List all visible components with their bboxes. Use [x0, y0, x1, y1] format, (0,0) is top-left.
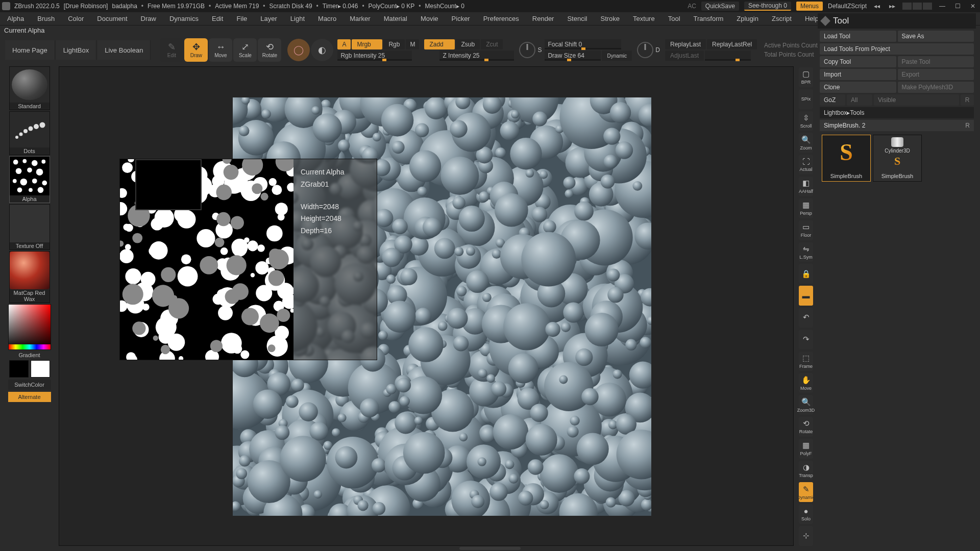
- brush-slot[interactable]: Standard: [9, 66, 50, 110]
- lsym-button[interactable]: ⇋L.Sym: [799, 242, 813, 262]
- mrgb-toggle[interactable]: Mrgb: [352, 39, 382, 49]
- solo-button[interactable]: ●Solo: [799, 504, 813, 524]
- alternate-button[interactable]: Alternate: [8, 392, 51, 402]
- menu-stencil[interactable]: Stencil: [565, 14, 589, 23]
- d-dial-icon[interactable]: [637, 42, 653, 58]
- make-polymesh-button[interactable]: Make PolyMesh3D: [898, 82, 974, 93]
- seethrough-slider[interactable]: See-through 0: [744, 2, 791, 11]
- gizmo-button[interactable]: ◯: [287, 39, 310, 61]
- paste-tool-button[interactable]: Paste Tool: [898, 56, 974, 67]
- quicksave-button[interactable]: QuickSave: [701, 2, 739, 11]
- alpha-slot[interactable]: Alpha: [9, 156, 50, 203]
- actual-button[interactable]: ⛶Actual: [799, 155, 813, 174]
- menu-draw[interactable]: Draw: [139, 14, 158, 23]
- s-dial[interactable]: S: [519, 42, 542, 58]
- goz-r-button[interactable]: R: [961, 94, 974, 106]
- copy-tool-button[interactable]: Copy Tool: [820, 56, 896, 67]
- spix-button[interactable]: SPix: [799, 89, 813, 109]
- menu-marker[interactable]: Marker: [348, 14, 372, 23]
- tool-panel-header[interactable]: Tool: [818, 13, 976, 29]
- close-icon[interactable]: ✕: [968, 3, 978, 10]
- lock-button[interactable]: 🔒: [799, 264, 813, 284]
- layout3-icon[interactable]: [923, 3, 932, 10]
- goz-visible-button[interactable]: Visible: [874, 94, 959, 106]
- polyf-button[interactable]: ▦PolyF: [799, 439, 813, 459]
- swatch-white[interactable]: [31, 360, 50, 378]
- material-slot[interactable]: MatCap Red Wax: [9, 251, 50, 303]
- tool-thumb-simplebrush[interactable]: S SimpleBrush: [822, 135, 871, 182]
- dynamic3d-button[interactable]: ✎Dynamic: [799, 482, 813, 502]
- focal-shift-slider[interactable]: Focal Shift 0: [545, 39, 621, 49]
- menu-render[interactable]: Render: [530, 14, 556, 23]
- import-button[interactable]: Import: [820, 69, 896, 80]
- menu-material[interactable]: Material: [382, 14, 409, 23]
- zadd-toggle[interactable]: Zadd: [424, 39, 455, 49]
- undo-button[interactable]: ↶: [799, 308, 813, 328]
- persp-button[interactable]: ▦Persp: [799, 198, 813, 218]
- menu-prefs[interactable]: Preferences: [481, 14, 521, 23]
- menu-movie[interactable]: Movie: [419, 14, 440, 23]
- swatch-black[interactable]: [9, 360, 29, 378]
- transp-button[interactable]: ◑Transp: [799, 461, 813, 481]
- liveboolean-button[interactable]: Live Boolean: [97, 40, 151, 60]
- replay-slider[interactable]: [705, 51, 751, 61]
- menu-document[interactable]: Document: [95, 14, 129, 23]
- menu-edit[interactable]: Edit: [210, 14, 225, 23]
- menu-tool[interactable]: Tool: [666, 14, 682, 23]
- move3d-button[interactable]: ✋Move: [799, 373, 813, 393]
- rotate3d-button[interactable]: ⟲Rotate: [799, 417, 813, 437]
- lightbox-tools-row[interactable]: Lightbox▸Tools: [820, 107, 974, 118]
- zoom-button[interactable]: 🔍Zoom: [799, 133, 813, 153]
- rotate-mode[interactable]: ⟲Rotate: [258, 38, 281, 62]
- xyz-button[interactable]: ⊹: [799, 526, 813, 546]
- canvas[interactable]: Current Alpha ZGrab01 Width=2048 Height=…: [59, 66, 794, 546]
- zsub-toggle[interactable]: Zsub: [456, 39, 480, 49]
- menu-dynamics[interactable]: Dynamics: [167, 14, 201, 23]
- menu-stroke[interactable]: Stroke: [598, 14, 622, 23]
- menu-picker[interactable]: Picker: [450, 14, 472, 23]
- zcut-toggle[interactable]: Zcut: [481, 39, 503, 49]
- clone-button[interactable]: Clone: [820, 82, 896, 93]
- z-intensity-slider[interactable]: Z Intensity 25: [439, 51, 514, 61]
- lightbox-button[interactable]: LightBox: [56, 40, 97, 60]
- layout2-icon[interactable]: [913, 3, 922, 10]
- tool-thumb-cylinder[interactable]: Cylinder3D S SimpleBrush: [873, 135, 922, 182]
- export-button[interactable]: Export: [898, 69, 974, 80]
- redo-button[interactable]: ↷: [799, 330, 813, 349]
- texture-slot[interactable]: Texture Off: [9, 204, 50, 250]
- dynamic-toggle[interactable]: Dynamic: [602, 51, 632, 61]
- menu-texture[interactable]: Texture: [631, 14, 657, 23]
- maximize-icon[interactable]: ☐: [952, 3, 963, 10]
- load-project-button[interactable]: Load Tools From Project: [820, 43, 974, 55]
- draw-size-slider[interactable]: Draw Size 64: [545, 51, 601, 61]
- switchcolor-button[interactable]: SwitchColor: [8, 380, 51, 390]
- menu-layer[interactable]: Layer: [258, 14, 279, 23]
- move-mode[interactable]: ↔Move: [209, 38, 232, 62]
- bottom-scrollbar[interactable]: [459, 547, 521, 550]
- a-toggle[interactable]: A: [337, 39, 351, 49]
- layout-icon[interactable]: [902, 3, 912, 10]
- menu-light[interactable]: Light: [288, 14, 307, 23]
- hue-bar[interactable]: [9, 344, 51, 349]
- menu-color[interactable]: Color: [66, 14, 86, 23]
- draw-mode[interactable]: ✥Draw: [184, 38, 208, 62]
- menu-zscript[interactable]: Zscript: [770, 14, 794, 23]
- gradient-label[interactable]: Gradient: [18, 352, 40, 358]
- load-tool-button[interactable]: Load Tool: [820, 31, 896, 42]
- goz-all-button[interactable]: All: [847, 94, 872, 106]
- save-as-button[interactable]: Save As: [898, 31, 974, 42]
- goz-button[interactable]: GoZ: [820, 94, 845, 106]
- menu-brush[interactable]: Brush: [35, 14, 57, 23]
- menus-toggle[interactable]: Menus: [796, 2, 823, 11]
- d-dial[interactable]: D: [637, 42, 660, 58]
- menu-macro[interactable]: Macro: [316, 14, 338, 23]
- aahalf-button[interactable]: ◧AAHalf: [799, 177, 813, 196]
- menu-transform[interactable]: Transform: [692, 14, 726, 23]
- scale-mode[interactable]: ⤢Scale: [233, 38, 257, 62]
- xpose-button[interactable]: ▬: [799, 286, 813, 306]
- prev-icon[interactable]: ◂◂: [872, 3, 882, 10]
- menu-zplugin[interactable]: Zplugin: [734, 14, 761, 23]
- replaylastrel-button[interactable]: ReplayLastRel: [707, 39, 757, 49]
- zscript-label[interactable]: DefaultZScript: [828, 3, 867, 10]
- floor-button[interactable]: ▭Floor: [799, 220, 813, 240]
